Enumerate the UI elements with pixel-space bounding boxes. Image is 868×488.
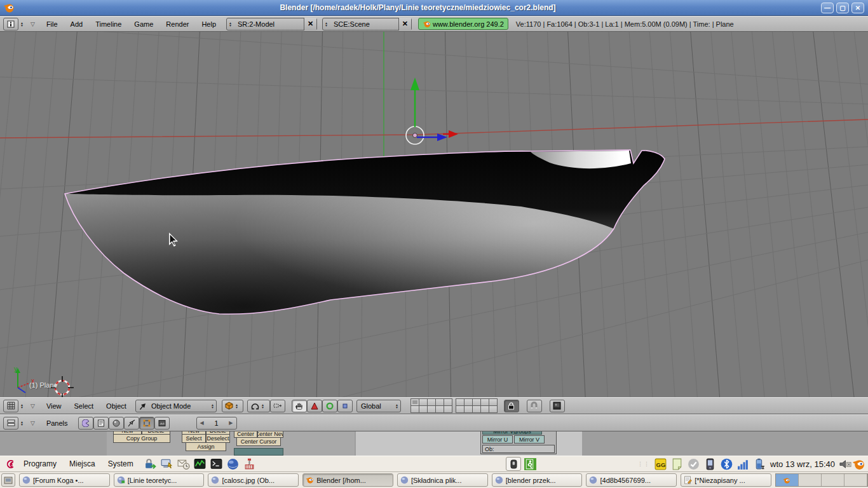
orientation-dropdown[interactable]: Global ▲▼: [356, 400, 401, 412]
bluetooth-icon[interactable]: [720, 458, 733, 471]
layer-buttons-1[interactable]: [411, 399, 452, 413]
menu-miejsca[interactable]: Miejsca: [63, 456, 102, 471]
menu-programy[interactable]: Programy: [17, 456, 63, 471]
task-button-active[interactable]: Blender [/hom...: [302, 473, 393, 487]
mirror-u-button[interactable]: Mirror U: [482, 435, 513, 444]
vgroup-deselect-button[interactable]: Deselect: [206, 434, 230, 443]
menu-timeline[interactable]: Timeline: [89, 20, 128, 28]
mobile-phone-icon[interactable]: [703, 458, 717, 471]
task-button[interactable]: [calosc.jpg (Ob...: [208, 473, 299, 487]
script-buttons-button[interactable]: [93, 417, 109, 430]
jack-in-the-box-icon[interactable]: [243, 458, 256, 471]
blender-tray-icon[interactable]: [852, 458, 865, 471]
window-type-stepper[interactable]: ▲▼: [18, 22, 25, 27]
ob-field[interactable]: Ob:: [482, 445, 555, 453]
scene-stepper[interactable]: ▲▼: [323, 22, 330, 27]
scene-selector[interactable]: ▲▼ SCE:Scene ✕: [322, 18, 412, 30]
show-desktop-button[interactable]: [1, 473, 15, 487]
brightness-applet-button[interactable]: [506, 457, 521, 471]
lock-layers-button[interactable]: [504, 400, 519, 412]
logout-icon[interactable]: [524, 458, 537, 471]
layer-buttons-2[interactable]: [456, 399, 498, 413]
draw-type-dropdown[interactable]: ▲▼: [222, 400, 243, 412]
task-button[interactable]: [4d8b4567699...: [586, 473, 677, 487]
translate-manipulator-button[interactable]: [307, 400, 322, 412]
minimize-button[interactable]: —: [821, 3, 834, 13]
task-button[interactable]: [blender przek...: [492, 473, 583, 487]
mail-clock-icon[interactable]: [177, 458, 190, 471]
screen-stepper[interactable]: ▲▼: [227, 22, 234, 27]
workspace-switcher[interactable]: [775, 473, 868, 487]
buttons-panels-area[interactable]: New Delete Copy Group New Delete Select …: [0, 431, 868, 456]
lock-screen-icon[interactable]: [144, 458, 157, 471]
clock[interactable]: wto 13 wrz, 15:40: [770, 459, 835, 469]
task-button[interactable]: [Linie teoretyc...: [114, 473, 205, 487]
close-button[interactable]: ✕: [851, 3, 864, 13]
mode-dropdown[interactable]: Object Mode ▲▼: [135, 400, 217, 412]
buttons-editor-type-button[interactable]: [3, 417, 18, 430]
notes-applet-icon[interactable]: [670, 458, 684, 471]
window-titlebar[interactable]: Blender [/home/radek/Holk/Plany/Linie te…: [0, 0, 868, 16]
system-monitor-icon[interactable]: [193, 458, 207, 471]
frame-next-icon[interactable]: ▶: [229, 420, 233, 426]
viewport-3d[interactable]: y x (1) Plane: [0, 32, 868, 397]
menu-add[interactable]: Add: [64, 20, 90, 28]
frame-number-field[interactable]: ◀ 1 ▶: [196, 417, 237, 430]
copy-group-button[interactable]: Copy Group: [113, 434, 170, 443]
object-buttons-button[interactable]: [124, 417, 139, 430]
web-browser-icon[interactable]: [226, 458, 240, 471]
menu-view[interactable]: View: [40, 402, 68, 410]
scene-delete-button[interactable]: ✕: [398, 18, 411, 30]
frame-prev-icon[interactable]: ◀: [200, 420, 204, 426]
gadu-gadu-icon[interactable]: GG: [654, 458, 667, 471]
view3d-collapse-icon[interactable]: ▽: [25, 403, 40, 409]
vgroup-select-button[interactable]: Select: [182, 434, 206, 443]
debian-logo-icon[interactable]: [4, 458, 17, 471]
screen-delete-button[interactable]: ✕: [304, 18, 316, 30]
header-collapse-icon[interactable]: ▽: [25, 21, 40, 27]
mirror-v-button[interactable]: Mirror V: [514, 435, 545, 444]
menu-help[interactable]: Help: [195, 20, 222, 28]
editor-type-button[interactable]: [3, 400, 18, 412]
menu-object[interactable]: Object: [100, 402, 133, 410]
menu-game[interactable]: Game: [128, 20, 159, 28]
computer-config-icon[interactable]: [160, 458, 173, 471]
maximize-button[interactable]: ▢: [836, 3, 849, 13]
shading-buttons-button[interactable]: [109, 417, 124, 430]
manipulator-y-arrowhead[interactable]: [410, 78, 419, 90]
workspace-2[interactable]: [799, 474, 822, 486]
workspace-4[interactable]: [844, 474, 867, 486]
mode-stepper[interactable]: ▲▼: [209, 403, 216, 409]
center-cursor-button[interactable]: Center Cursor: [236, 437, 281, 446]
blender-version-badge[interactable]: www.blender.org 249.2: [418, 18, 508, 30]
panel-drag-handle[interactable]: ⋮⋮: [637, 461, 650, 467]
boat-hull-object[interactable]: [65, 150, 665, 314]
battery-charging-icon[interactable]: [753, 458, 766, 471]
task-button[interactable]: [Składnica plik...: [397, 473, 488, 487]
render-preview-button[interactable]: [550, 400, 565, 412]
buttons-editor-stepper[interactable]: ▲▼: [18, 421, 25, 426]
skype-offline-icon[interactable]: [687, 458, 700, 471]
pivot-dropdown[interactable]: ▲▼: [247, 400, 270, 412]
buttons-collapse-icon[interactable]: ▽: [25, 420, 40, 426]
workspace-3[interactable]: [822, 474, 844, 486]
scale-manipulator-button[interactable]: [337, 400, 353, 412]
task-button[interactable]: [*Niezapisany ...: [681, 473, 771, 487]
manipulator-x-arrowhead[interactable]: [449, 130, 458, 138]
task-button[interactable]: [Forum Koga •...: [19, 473, 110, 487]
scene-buttons-button[interactable]: [154, 417, 170, 430]
menu-system[interactable]: System: [102, 456, 140, 471]
editing-buttons-button[interactable]: [139, 417, 154, 430]
vgroup-assign-button[interactable]: Assign: [186, 442, 226, 451]
rotate-manipulator-button[interactable]: [322, 400, 337, 412]
object-center-dot[interactable]: [413, 133, 417, 138]
screen-selector[interactable]: ▲▼ SR:2-Model ✕: [226, 18, 317, 30]
window-type-button[interactable]: [3, 18, 18, 30]
terminal-icon[interactable]: [210, 458, 223, 471]
menu-file[interactable]: File: [40, 20, 64, 28]
editor-type-stepper[interactable]: ▲▼: [18, 403, 25, 409]
menu-render[interactable]: Render: [159, 20, 195, 28]
logic-buttons-button[interactable]: [78, 417, 93, 430]
manipulator-toggle-button[interactable]: [292, 400, 307, 412]
signal-strength-icon[interactable]: [736, 458, 750, 471]
